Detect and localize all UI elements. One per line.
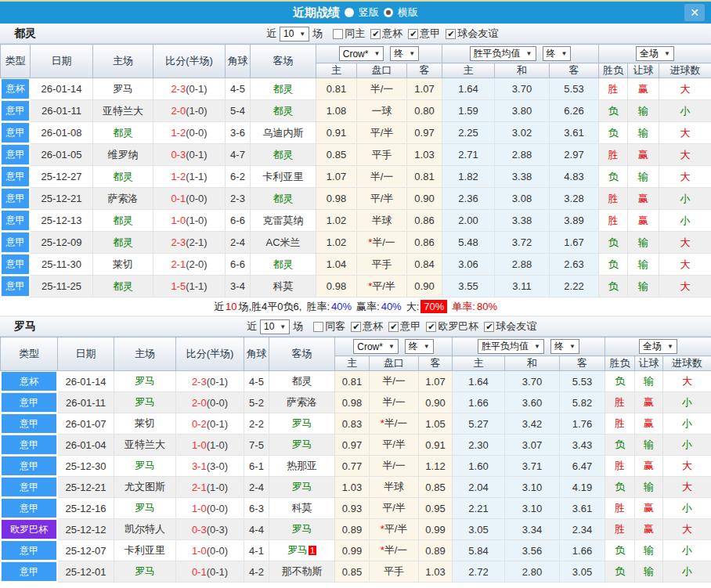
handicap-cell: 半球 <box>357 210 407 232</box>
date-cell: 26-01-04 <box>58 435 114 456</box>
score-cell: 0-1(0-0) <box>153 188 226 210</box>
away-water-cell: 0.89 <box>419 540 453 561</box>
checkbox-unchecked[interactable] <box>313 322 323 332</box>
bookmaker-select[interactable]: Crow*▼ <box>339 46 384 61</box>
avg-draw-cell: 3.80 <box>495 100 550 122</box>
period-select[interactable]: 全场▼ <box>636 46 674 61</box>
titlebar: 近期战绩 竖版 横版 ✕ <box>0 2 711 23</box>
home-water-cell: 0.81 <box>335 371 370 392</box>
away-team-cell: AC米兰 <box>251 232 316 254</box>
checkbox-checked[interactable]: ✔ <box>370 29 381 39</box>
match-count-select[interactable]: 10▼ <box>280 27 309 41</box>
horizontal-layout-radio[interactable] <box>384 8 393 17</box>
handicap-cell: 半/一 <box>370 456 419 477</box>
vertical-layout-radio[interactable] <box>345 8 354 17</box>
avg-home-cell: 2.25 <box>442 122 495 144</box>
home-water-cell: 0.85 <box>335 561 370 583</box>
handicap-result-cell: 赢 <box>635 519 663 540</box>
horizontal-layout-label[interactable]: 横版 <box>398 5 418 20</box>
avg-draw-cell: 3.38 <box>495 210 550 232</box>
checkbox-checked[interactable]: ✔ <box>351 322 361 332</box>
match-row: 意杯26-01-14罗马2-3(0-1)4-5都灵0.81半/一1.071.64… <box>1 371 711 392</box>
handicap-result-cell: 赢 <box>628 78 659 100</box>
result-cell: 负 <box>599 100 628 122</box>
odds-time-select[interactable]: 终▼ <box>405 339 434 354</box>
home-water-cell: 0.97 <box>335 435 370 456</box>
handicap-result-cell: 输 <box>628 166 659 188</box>
checkbox-label[interactable]: 球会友谊 <box>496 319 536 334</box>
goals-result-cell: 小 <box>659 100 711 122</box>
score-cell: 1-0(0-0) <box>176 498 244 519</box>
checkbox-label[interactable]: 意杯 <box>363 319 383 334</box>
chevron-down-icon: ▼ <box>374 50 380 57</box>
avg-draw-cell: 2.88 <box>495 254 550 276</box>
result-cell: 负 <box>605 477 635 498</box>
checkbox-checked[interactable]: ✔ <box>426 322 436 332</box>
chevron-down-icon: ▼ <box>664 50 670 57</box>
avg-draw-cell: 3.56 <box>505 540 560 561</box>
league-badge: 欧罗巴杯 <box>2 520 56 539</box>
avg-draw-cell: 2.88 <box>495 144 550 166</box>
away-team-cell: 都灵 <box>251 78 316 100</box>
avg-draw-cell: 3.10 <box>505 477 560 498</box>
score-cell: 0-3(0-3) <box>176 519 244 540</box>
odds-time-select[interactable]: 终▼ <box>390 46 419 61</box>
team-name-roma: 罗马 <box>14 319 36 334</box>
corner-cell: 6-1 <box>244 456 269 477</box>
match-row: 欧罗巴杯25-12-12凯尔特人0-3(0-3)4-4罗马0.89*平/半0.9… <box>1 519 711 540</box>
sub-header-avg-draw: 和 <box>505 356 560 371</box>
checkbox-label[interactable]: 意甲 <box>400 319 420 334</box>
league-cell: 意甲 <box>1 188 31 210</box>
match-row: 意甲25-12-21尤文图斯2-1(1-0)2-4罗马1.03半球0.852.0… <box>1 477 711 498</box>
avg-type-select[interactable]: 胜平负均值▼ <box>470 46 536 61</box>
handicap-cell: 平手 <box>357 144 407 166</box>
close-icon[interactable]: ✕ <box>684 4 705 21</box>
avg-home-cell: 1.66 <box>453 392 505 413</box>
league-cell: 意甲 <box>1 477 58 498</box>
chevron-down-icon: ▼ <box>667 343 673 350</box>
league-cell: 意甲 <box>1 498 58 519</box>
col-header-home: 主场 <box>114 337 176 371</box>
goals-result-cell: 小 <box>663 413 711 435</box>
checkbox-label[interactable]: 球会友谊 <box>457 27 498 41</box>
away-team-cell: 那不勒斯 <box>269 561 335 583</box>
match-count-select[interactable]: 10▼ <box>260 319 290 334</box>
corner-cell: 4-1 <box>244 540 269 561</box>
corner-cell: 4-5 <box>226 78 251 100</box>
bookmaker-select[interactable]: Crow*▼ <box>353 339 399 354</box>
avg-home-cell: 2.04 <box>453 477 505 498</box>
period-select[interactable]: 全场▼ <box>639 339 677 354</box>
corner-cell: 5-4 <box>226 100 251 122</box>
checkbox-unchecked[interactable] <box>333 29 343 39</box>
roma-table: 类型 日期 主场 比分(半场) 角球 客场 Crow*▼ 终▼ 胜平负均值▼ 终… <box>0 337 711 583</box>
checkbox-label[interactable]: 欧罗巴杯 <box>438 319 478 334</box>
home-water-cell: 0.85 <box>316 144 357 166</box>
avg-draw-cell: 3.60 <box>505 392 560 413</box>
checkbox-checked[interactable]: ✔ <box>446 29 456 39</box>
score-cell: 2-3(0-1) <box>153 78 226 100</box>
away-team-cell: 热那亚 <box>269 456 335 477</box>
score-cell: 1-2(0-0) <box>153 122 226 144</box>
avg-draw-cell: 3.11 <box>495 276 550 298</box>
checkbox-checked[interactable]: ✔ <box>388 322 399 332</box>
home-team-cell: 罗马 <box>114 371 176 392</box>
avg-type-select[interactable]: 胜平负均值▼ <box>478 339 544 354</box>
result-cell: 胜 <box>599 144 628 166</box>
avg-home-cell: 2.00 <box>442 210 495 232</box>
avg-time-select[interactable]: 终▼ <box>550 339 579 354</box>
checkbox-checked[interactable]: ✔ <box>408 29 418 39</box>
home-water-cell: 0.98 <box>316 276 357 298</box>
date-cell: 25-12-16 <box>58 498 114 519</box>
avg-time-select[interactable]: 终▼ <box>543 46 572 61</box>
avg-draw-cell: 3.38 <box>495 166 550 188</box>
checkbox-label[interactable]: 同主 <box>345 27 365 41</box>
checkbox-label[interactable]: 意甲 <box>420 27 440 41</box>
checkbox-label[interactable]: 意杯 <box>382 27 402 41</box>
away-water-cell: 0.84 <box>407 254 442 276</box>
home-water-cell: 0.93 <box>335 498 370 519</box>
checkbox-label[interactable]: 同客 <box>325 319 345 334</box>
checkbox-checked[interactable]: ✔ <box>484 322 494 332</box>
away-team-cell: 都灵 <box>269 371 335 392</box>
vertical-layout-label[interactable]: 竖版 <box>359 5 379 20</box>
handicap-cell: 平/半 <box>370 435 419 456</box>
